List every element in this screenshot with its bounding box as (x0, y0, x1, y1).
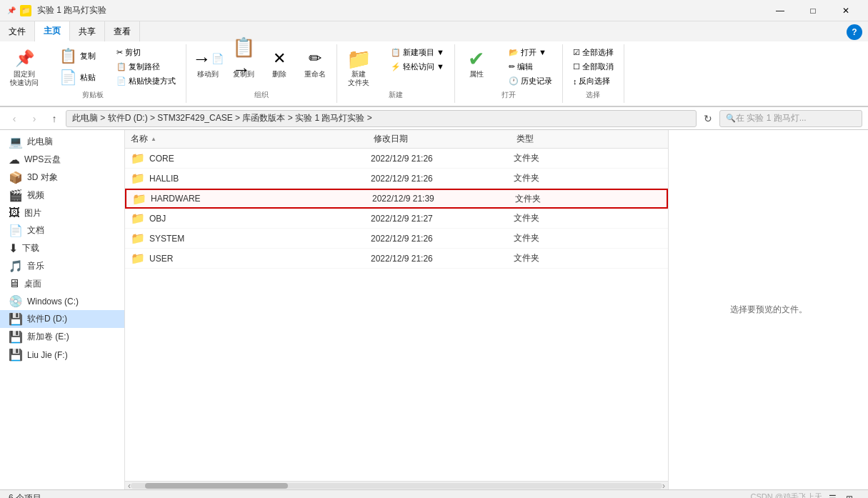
wps-icon: ☁ (9, 153, 20, 166)
pictures-icon: 🖼 (9, 206, 20, 219)
help-button[interactable]: ? (847, 24, 862, 40)
copy-button[interactable]: 📋 复制 (55, 46, 100, 66)
close-button[interactable]: ✕ (829, 0, 862, 21)
cut-button[interactable]: ✂ 剪切 (112, 46, 180, 59)
tab-home[interactable]: 主页 (35, 21, 70, 41)
new-item-button[interactable]: 📋 新建项目 ▼ (386, 46, 449, 59)
search-box[interactable]: 🔍 在 实验 1 跑马灯... (719, 110, 862, 127)
sidebar-item-thispc[interactable]: 💻 此电脑 (0, 133, 124, 151)
sidebar-item-d-drive[interactable]: 💾 软件D (D:) (0, 310, 124, 328)
select-items: ☑ 全部选择 ☐ 全部取消 ↕ 反向选择 (569, 46, 618, 89)
sidebar-item-music[interactable]: 🎵 音乐 (0, 257, 124, 275)
rename-button[interactable]: ✏ 重命名 (299, 46, 331, 80)
select-group: ☑ 全部选择 ☐ 全部取消 ↕ 反向选择 选择 (563, 44, 624, 103)
copy-icon: 📋 (59, 47, 77, 64)
easy-access-button[interactable]: ⚡ 轻松访问 ▼ (386, 60, 449, 74)
open-items: ✔ 属性 📂 打开 ▼ ✏ 编辑 🕐 历史记录 (461, 46, 557, 89)
table-row[interactable]: 📁 CORE 2022/12/9 21:26 文件夹 (125, 149, 668, 169)
up-button[interactable]: ↑ (46, 110, 63, 127)
new-label: 新建 (389, 90, 403, 101)
col-header-type[interactable]: 类型 (517, 133, 602, 145)
sidebar-item-e-drive[interactable]: 💾 新加卷 (E:) (0, 328, 124, 346)
scissors-icon: ✂ (116, 48, 123, 57)
properties-button[interactable]: ✔ 属性 (461, 46, 492, 80)
history-icon: 🕐 (509, 76, 519, 86)
open-label: 打开 (502, 90, 516, 101)
col-header-name[interactable]: 名称 ▲ (131, 133, 374, 145)
select-label: 选择 (586, 90, 600, 101)
deselect-all-button[interactable]: ☐ 全部取消 (569, 60, 618, 74)
copy-path-button[interactable]: 📋 复制路径 (112, 60, 180, 74)
open-icon: 📂 (509, 48, 519, 57)
deselect-icon: ☐ (573, 62, 580, 71)
clipboard-small-buttons: ✂ 剪切 📋 复制路径 📄 粘贴快捷方式 (112, 46, 180, 88)
view-grid-button[interactable]: ⊞ (842, 492, 857, 499)
table-row[interactable]: 📁 HALLIB 2022/12/9 21:26 文件夹 (125, 169, 668, 189)
forward-button[interactable]: › (26, 110, 43, 127)
select-all-icon: ☑ (573, 48, 580, 57)
open-button[interactable]: 📂 打开 ▼ (504, 46, 557, 59)
desktop-icon: 🖥 (9, 277, 20, 290)
copy-to-button[interactable]: 📋→ 复制到 (228, 46, 259, 80)
paste-button[interactable]: 📄 粘贴 (55, 67, 100, 87)
select-all-button[interactable]: ☑ 全部选择 (569, 46, 618, 59)
table-row[interactable]: 📁 SYSTEM 2022/12/9 21:26 文件夹 (125, 229, 668, 249)
sort-arrow: ▲ (151, 136, 156, 142)
history-button[interactable]: 🕐 历史记录 (504, 74, 557, 88)
back-button[interactable]: ‹ (6, 110, 23, 127)
address-bar: ‹ › ↑ 此电脑 > 软件D (D:) > STM32F429_CASE > … (0, 107, 868, 130)
pin-icon: 📌 (6, 5, 17, 16)
status-bar: 6 个项目 CSDN @鸡毛飞上天 ☰ ⊞ (0, 489, 868, 498)
col-header-date[interactable]: 修改日期 (374, 133, 517, 145)
file-list-header: 名称 ▲ 修改日期 类型 (125, 130, 668, 149)
file-type-core: 文件夹 (514, 152, 599, 164)
scrollbar-area[interactable]: ‹ › (125, 481, 668, 489)
sidebar-item-downloads[interactable]: ⬇ 下载 (0, 239, 124, 257)
folder-icon-system: 📁 (131, 231, 145, 245)
sidebar-item-3d[interactable]: 📦 3D 对象 (0, 169, 124, 186)
delete-button[interactable]: ✕ 删除 (264, 46, 295, 80)
table-row[interactable]: 📁 USER 2022/12/9 21:26 文件夹 (125, 249, 668, 269)
view-list-button[interactable]: ☰ (825, 492, 839, 499)
downloads-icon: ⬇ (9, 241, 18, 255)
paste-shortcut-button[interactable]: 📄 粘贴快捷方式 (112, 74, 180, 88)
ribbon-content: 📌 固定到快速访问 📋 复制 📄 粘贴 ✂ 剪切 (0, 41, 868, 106)
select-small-buttons: ☑ 全部选择 ☐ 全部取消 ↕ 反向选择 (569, 46, 618, 88)
scroll-right[interactable]: › (662, 481, 665, 490)
easy-access-icon: ⚡ (391, 62, 401, 71)
sidebar-item-documents[interactable]: 📄 文档 (0, 221, 124, 239)
refresh-button[interactable]: ↻ (699, 110, 717, 127)
tab-share[interactable]: 共享 (70, 21, 105, 41)
maximize-button[interactable]: □ (797, 0, 829, 21)
file-date-obj: 2022/12/9 21:27 (371, 214, 514, 224)
move-to-button[interactable]: →📄 移动到 (192, 46, 224, 80)
pin-to-quickaccess-button[interactable]: 📌 固定到快速访问 (6, 46, 43, 89)
new-items: 📁 新建文件夹 📋 新建项目 ▼ ⚡ 轻松访问 ▼ (343, 46, 449, 89)
table-row-hardware[interactable]: 📁 HARDWARE 2022/12/9 21:39 文件夹 (125, 189, 668, 209)
table-row[interactable]: 📁 OBJ 2022/12/9 21:27 文件夹 (125, 209, 668, 229)
sidebar-item-wps[interactable]: ☁ WPS云盘 (0, 151, 124, 169)
sidebar-item-video[interactable]: 🎬 视频 (0, 186, 124, 204)
sidebar-item-f-drive[interactable]: 💾 Liu Jie (F:) (0, 346, 124, 364)
ribbon: 文件 主页 共享 查看 ? 📌 固定到快速访问 📋 复制 � (0, 21, 868, 107)
scroll-track[interactable] (131, 483, 662, 489)
music-icon: 🎵 (9, 259, 23, 273)
edit-button[interactable]: ✏ 编辑 (504, 60, 557, 74)
copy-path-icon: 📋 (116, 62, 126, 71)
sidebar-item-pictures[interactable]: 🖼 图片 (0, 204, 124, 221)
d-drive-icon: 💾 (9, 312, 23, 326)
title-bar: 📌 📁 实验 1 跑马灯实验 — □ ✕ (0, 0, 868, 21)
ribbon-tabs: 文件 主页 共享 查看 ? (0, 21, 868, 41)
new-folder-button[interactable]: 📁 新建文件夹 (343, 46, 374, 89)
tab-view[interactable]: 查看 (105, 21, 140, 41)
sidebar-item-c-drive[interactable]: 💿 Windows (C:) (0, 292, 124, 310)
tab-file[interactable]: 文件 (0, 21, 35, 41)
invert-selection-button[interactable]: ↕ 反向选择 (569, 74, 618, 88)
minimize-button[interactable]: — (764, 0, 797, 21)
organize-label: 组织 (254, 90, 269, 101)
folder-icon-obj: 📁 (131, 211, 145, 225)
scroll-thumb[interactable] (145, 483, 288, 489)
file-date-hardware: 2022/12/9 21:39 (372, 194, 515, 204)
address-path[interactable]: 此电脑 > 软件D (D:) > STM32F429_CASE > 库函数版本 … (66, 110, 697, 127)
sidebar-item-desktop[interactable]: 🖥 桌面 (0, 275, 124, 292)
